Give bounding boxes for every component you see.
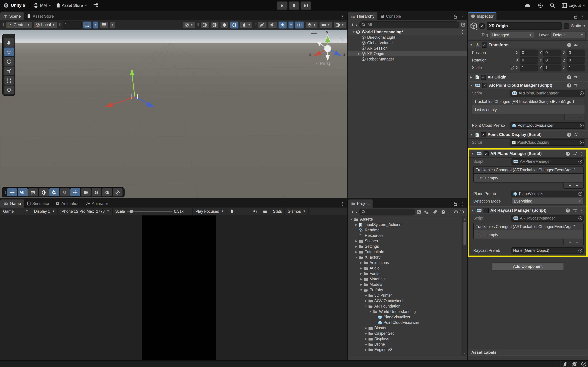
toggle-2d-button[interactable]: 2D [258, 21, 267, 28]
project-item-xfactory[interactable]: ▼XFactory [348, 255, 467, 260]
project-item-blaster[interactable]: ▶Blaster [348, 325, 467, 331]
object-picker-icon[interactable] [578, 248, 583, 253]
open-new-window-icon[interactable] [461, 23, 465, 27]
project-item-animations[interactable]: ▶Animations [348, 260, 467, 265]
effects-dropdown[interactable]: ▼ [288, 21, 294, 28]
project-item-pointcloudvisualizer[interactable]: PointCloudVisualizer [348, 320, 467, 325]
expander-icon[interactable]: ▶ [359, 261, 363, 264]
effects-toggle-button[interactable] [278, 21, 287, 28]
project-searchbox[interactable] [359, 209, 415, 215]
gameobject-name-field[interactable]: XR Origin [487, 22, 562, 29]
display-dropdown[interactable]: Display 1 ▼ [31, 208, 58, 215]
project-item-3d-printer[interactable]: ▶3D Printer [348, 292, 467, 298]
component-header-ar-raycast-manager-script-[interactable]: ▼✓AR Raycast Manager (Script)?⋮ [469, 206, 586, 214]
move-tool-button[interactable] [4, 47, 14, 56]
help-icon[interactable]: ? [567, 43, 571, 47]
project-item-materials[interactable]: ▶Materials [348, 276, 467, 282]
shading-shaded-button[interactable] [220, 21, 229, 28]
audio-toggle-button[interactable] [268, 21, 277, 28]
project-menu-kebab-icon[interactable]: ⋮ [460, 201, 465, 206]
tab-project[interactable]: Project [348, 200, 373, 208]
item-kebab-icon[interactable]: ⋮ [461, 30, 467, 34]
foldout-icon[interactable]: ▼ [469, 84, 473, 87]
tab-animation[interactable]: Animation [52, 200, 83, 208]
expander-icon[interactable]: ▶ [354, 250, 359, 253]
debug-mode-dropdown[interactable]: ▼ [240, 21, 253, 28]
raycast-prefab-field[interactable]: None (Game Object) [511, 247, 584, 254]
debugger-status-button[interactable] [561, 361, 570, 367]
project-item-audio[interactable]: ▶Audio [348, 265, 467, 271]
cache-server-status-button[interactable] [570, 361, 579, 367]
project-item-prefabs[interactable]: ▼Prefabs [348, 287, 467, 292]
help-icon[interactable]: ? [567, 132, 571, 137]
view-options-button[interactable] [39, 188, 49, 196]
z-field[interactable]: 1 [567, 64, 585, 71]
script-field[interactable]: ARPlaneManager [511, 158, 584, 165]
debug-button[interactable] [227, 208, 237, 215]
grid-size-field[interactable]: 1 [62, 21, 82, 28]
component-enabled-checkbox[interactable]: ✓ [482, 42, 487, 47]
hierarchy-item-global-volume[interactable]: Global Volume [348, 40, 467, 46]
scroll-up-icon[interactable]: ▲ [463, 217, 466, 220]
grid-axis-button[interactable]: Y [83, 21, 92, 28]
project-item-tutorialinfo[interactable]: ▶TutorialInfo [348, 249, 467, 255]
trackables-changed-event[interactable]: Trackables Changed (ARTrackablesChangedE… [472, 98, 585, 114]
tag-dropdown[interactable]: Untagged▼ [490, 32, 534, 38]
orientation-dropdown[interactable]: Local ▼ [33, 21, 57, 28]
create-asset-button[interactable]: ＋▼ [350, 209, 358, 215]
scale-tool-button[interactable] [4, 66, 14, 75]
search-by-type-button[interactable] [423, 210, 430, 214]
gameobject-icon[interactable] [470, 22, 477, 30]
x-field[interactable]: 1 [520, 64, 538, 71]
hierarchy-item-ar-session[interactable]: AR Session [348, 46, 467, 51]
component-header-ar-point-cloud-manager-script-[interactable]: ▼✓AR Point Cloud Manager (Script)?⋮ [468, 81, 588, 89]
add-event-button[interactable]: + [569, 183, 571, 188]
project-item-fonts[interactable]: ▶Fonts [348, 271, 467, 276]
component-enabled-checkbox[interactable]: ✓ [484, 151, 489, 156]
cameras-overlay-button[interactable] [81, 188, 91, 196]
expander-icon[interactable]: ▼ [369, 310, 373, 313]
expander-icon[interactable]: ▼ [364, 305, 368, 308]
object-picker-icon[interactable] [579, 91, 584, 95]
project-item-readme[interactable]: {}Readme [348, 227, 467, 233]
project-scrollbar[interactable]: ▲ ▼ [462, 217, 467, 355]
gizmos-dropdown[interactable]: Gizmos ▼ [285, 208, 309, 215]
game-mode-dropdown[interactable]: Game ▼ [0, 208, 31, 215]
foldout-icon[interactable]: ▼ [469, 133, 473, 136]
component-enabled-checkbox[interactable]: ✓ [484, 208, 489, 213]
project-item-resources[interactable]: Resources [348, 233, 467, 238]
tab-game[interactable]: Game [0, 200, 24, 208]
game-viewport[interactable] [0, 215, 347, 360]
gizmo-lock-icon[interactable] [339, 37, 343, 42]
expander-icon[interactable]: ▶ [359, 272, 363, 275]
hierarchy-searchbox[interactable] [359, 21, 459, 28]
active-checkbox[interactable]: ✓ [479, 23, 484, 28]
trackables-changed-event[interactable]: Trackables Changed (ARTrackablesChangedE… [473, 223, 584, 239]
point-cloud-prefab-field[interactable]: PointCloudVisualizer [510, 122, 585, 129]
layout-menu[interactable]: Layout ▼ [562, 3, 585, 8]
grid-snap-button[interactable] [28, 188, 38, 196]
foldout-icon[interactable]: ▼ [469, 43, 473, 46]
xb-overlay-button[interactable]: XB [102, 188, 112, 196]
foldout-icon[interactable]: ▼ [471, 152, 475, 155]
tool-settings-button[interactable] [18, 188, 27, 196]
game-menu-kebab-icon[interactable]: ⋮ [340, 201, 345, 206]
gizmo-settings-dropdown[interactable]: ▼ [333, 21, 346, 28]
search-overlay-button[interactable] [60, 188, 70, 196]
tab-asset-store[interactable]: Asset Store [24, 12, 57, 20]
hierarchy-item-world-understanding-[interactable]: ▼World Understanding*⋮ [348, 29, 467, 35]
project-item-world-understanding[interactable]: ▼World Understanding [348, 309, 467, 314]
component-kebab-icon[interactable]: ⋮ [581, 132, 585, 137]
project-item-drone[interactable]: ▶Drone [348, 342, 467, 347]
tab-scene[interactable]: Scene [0, 12, 24, 20]
tab-inspector[interactable]: Inspector [468, 12, 497, 20]
script-field[interactable]: #PointCloudDisplay [510, 139, 585, 146]
buildings-overlay-button[interactable] [92, 188, 101, 196]
object-picker-icon[interactable] [578, 192, 583, 196]
static-dropdown-icon[interactable]: ▼ [583, 24, 586, 27]
tab-simulator[interactable]: Simulator [24, 200, 52, 208]
static-checkbox[interactable] [564, 23, 569, 28]
account-menu[interactable]: MM ▼ [34, 3, 51, 8]
play-focused-dropdown[interactable]: Play Focused ▼ [192, 208, 227, 215]
lock-icon[interactable] [453, 14, 457, 19]
